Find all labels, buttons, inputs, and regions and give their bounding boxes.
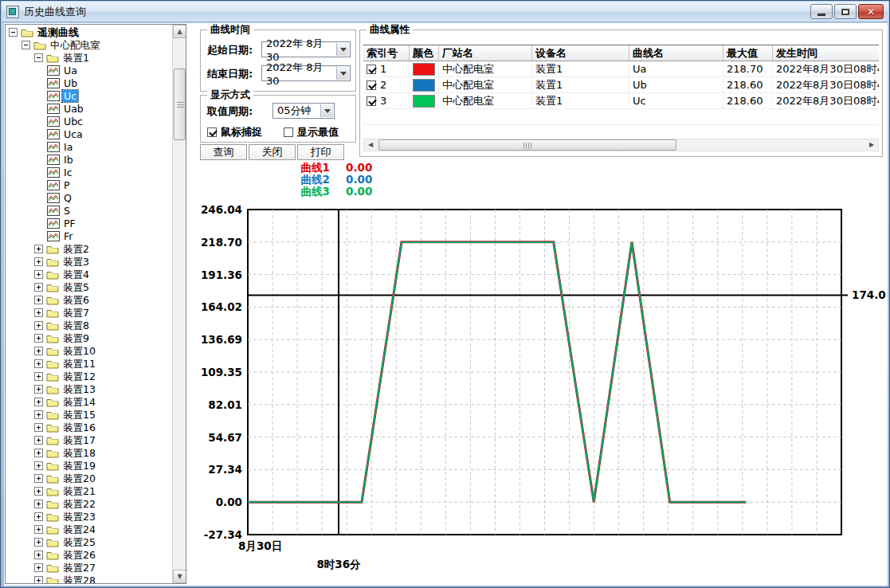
tree-item-装置24[interactable]: 装置24 [6,523,172,535]
scroll-right-icon[interactable]: ▶ [865,139,878,151]
tree-item-Ia[interactable]: Ia [6,140,172,153]
tree-item-装置20[interactable]: 装置20 [6,472,172,484]
expand-icon[interactable] [34,257,43,266]
expand-icon[interactable] [34,563,43,572]
expand-icon[interactable] [34,461,43,470]
expand-icon[interactable] [34,385,43,394]
expand-icon[interactable] [34,270,43,279]
tree-item-Uca[interactable]: Uca [6,127,172,140]
tree-item-装置5[interactable]: 装置5 [6,280,172,293]
end-date-combobox[interactable]: 2022年 8月30 [261,65,351,81]
tree-item-装置17[interactable]: 装置17 [6,433,172,446]
close-dialog-button[interactable]: 关闭 [249,144,296,160]
tree-item-装置4[interactable]: 装置4 [6,268,172,280]
expand-icon[interactable] [34,296,43,304]
tree-item-装置10[interactable]: 装置10 [6,344,172,357]
expand-icon[interactable] [34,576,43,584]
tree-item-装置22[interactable]: 装置22 [6,497,172,510]
expand-icon[interactable] [34,474,43,483]
collapse-icon[interactable] [34,53,43,62]
scroll-left-icon[interactable]: ◀ [364,139,377,151]
tree-item-装置1[interactable]: 装置1 [6,51,172,64]
table-row[interactable]: 2中心配电室装置1Ub218.602022年8月30日08时4 [363,77,879,93]
expand-icon[interactable] [34,372,43,381]
expand-icon[interactable] [34,436,43,445]
print-button[interactable]: 打印 [297,144,344,160]
tree-item-装置26[interactable]: 装置26 [6,548,172,561]
tree-item-装置28[interactable]: 装置28 [6,574,172,583]
expand-icon[interactable] [34,525,43,534]
column-header-2[interactable]: 颜色 [410,45,439,61]
tree-item-装置27[interactable]: 装置27 [6,561,172,574]
tree-item-Uab[interactable]: Uab [6,102,172,115]
row-checkbox[interactable] [367,65,376,74]
collapse-icon[interactable] [9,28,18,37]
expand-icon[interactable] [34,551,43,559]
expand-icon[interactable] [34,487,43,496]
tree-item-装置14[interactable]: 装置14 [6,395,172,408]
mouse-capture-checkbox[interactable] [207,127,217,137]
tree-item-装置15[interactable]: 装置15 [6,408,172,421]
end-date-dropdown-icon[interactable] [336,67,349,80]
scroll-down-icon[interactable]: ▼ [173,570,186,583]
tree-item-装置21[interactable]: 装置21 [6,484,172,497]
tree-item-Ib[interactable]: Ib [6,153,172,166]
column-header-3[interactable]: 厂站名 [439,45,532,61]
tree-item-装置8[interactable]: 装置8 [6,319,172,331]
tree-item-装置23[interactable]: 装置23 [6,510,172,523]
tree-scrollbar-thumb[interactable] [174,69,186,140]
expand-icon[interactable] [34,283,43,292]
column-header-7[interactable]: 发生时间 [773,45,879,61]
expand-icon[interactable] [34,359,43,368]
tree-item-装置13[interactable]: 装置13 [6,382,172,395]
expand-icon[interactable] [34,347,43,355]
collapse-icon[interactable] [22,41,30,49]
mouse-capture-option[interactable]: 鼠标捕捉 [207,125,262,139]
expand-icon[interactable] [34,334,43,343]
expand-icon[interactable] [34,538,43,547]
tree-item-Ubc[interactable]: Ubc [6,115,172,127]
tree-item-中心配电室[interactable]: 中心配电室 [6,38,172,51]
tree-item-P[interactable]: P [6,178,172,191]
expand-icon[interactable] [34,398,43,406]
tree-item-PF[interactable]: PF [6,217,172,229]
expand-icon[interactable] [34,245,43,253]
table-row[interactable]: 3中心配电室装置1Uc218.602022年8月30日08时4 [363,93,879,109]
period-combobox[interactable]: 05分钟 [272,103,335,119]
close-button[interactable]: ✕ [858,4,884,19]
tree-item-装置6[interactable]: 装置6 [6,293,172,306]
tree-item-装置9[interactable]: 装置9 [6,331,172,344]
query-button[interactable]: 查询 [200,144,247,160]
tree-item-Ic[interactable]: Ic [6,166,172,178]
tree-item-遥测曲线[interactable]: 遥测曲线 [6,25,172,38]
show-extreme-option[interactable]: 显示最值 [284,125,339,139]
tree-scrollbar[interactable]: ▲ ▼ [172,25,186,583]
tree-item-Uc[interactable]: Uc [6,89,172,102]
expand-icon[interactable] [34,410,43,419]
expand-icon[interactable] [34,500,43,508]
tree-item-装置7[interactable]: 装置7 [6,306,172,319]
column-header-6[interactable]: 最大值 [723,45,773,61]
tree-item-装置3[interactable]: 装置3 [6,255,172,268]
period-dropdown-icon[interactable] [320,104,333,117]
tree-item-Q[interactable]: Q [6,191,172,204]
tree-item-装置2[interactable]: 装置2 [6,242,172,255]
history-curve-chart[interactable]: 246.04218.70191.36164.02136.69109.3582.0… [196,200,886,586]
show-extreme-checkbox[interactable] [284,127,293,137]
table-hscrollbar-thumb[interactable] [378,139,676,151]
tree-item-装置12[interactable]: 装置12 [6,370,172,382]
tree-item-S[interactable]: S [6,204,172,217]
restore-button[interactable] [834,4,857,19]
expand-icon[interactable] [34,423,43,432]
start-date-combobox[interactable]: 2022年 8月30 [261,41,351,57]
tree-item-装置16[interactable]: 装置16 [6,421,172,433]
tree-item-装置25[interactable]: 装置25 [6,535,172,548]
expand-icon[interactable] [34,321,43,330]
titlebar[interactable]: 历史曲线查询 ✕ [2,2,888,22]
tree-item-装置11[interactable]: 装置11 [6,357,172,370]
expand-icon[interactable] [34,308,43,317]
column-header-1[interactable]: 索引号 [363,45,410,61]
start-date-dropdown-icon[interactable] [336,43,349,56]
column-header-5[interactable]: 曲线名 [629,45,723,61]
table-row[interactable]: 1中心配电室装置1Ua218.702022年8月30日08时4 [363,61,879,77]
